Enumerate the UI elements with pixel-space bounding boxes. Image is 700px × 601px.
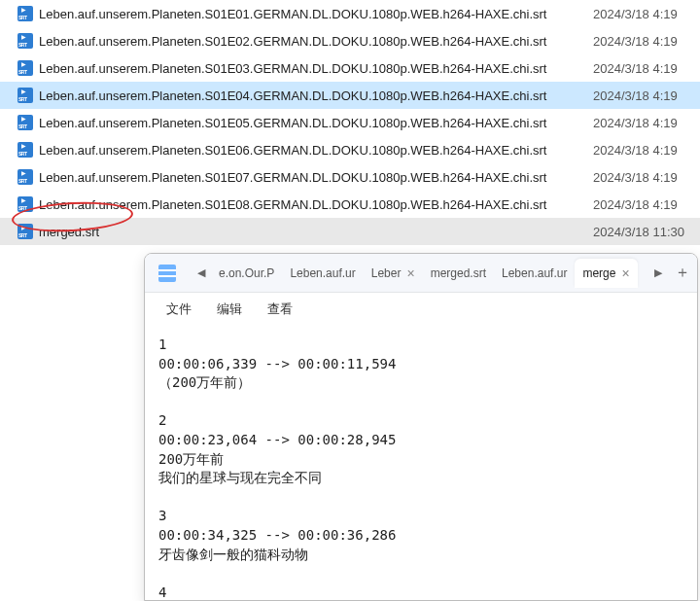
editor-tab[interactable]: Leber× [364,259,423,288]
file-date: 2024/3/18 4:19 [593,197,700,212]
tab-label: Leber [371,266,402,280]
tab-label: merge [582,266,615,280]
tab-label: e.on.Our.P [219,266,274,280]
tab-nav-right[interactable]: ▶ [648,259,668,288]
file-name: Leben.auf.unserem.Planeten.S01E05.GERMAN… [39,116,593,130]
srt-file-icon [18,33,33,49]
menu-item[interactable]: 文件 [155,297,203,322]
file-name: Leben.auf.unserem.Planeten.S01E02.GERMAN… [39,34,593,49]
file-row[interactable]: merged.srt2024/3/18 11:30 [0,218,700,245]
file-name: Leben.auf.unserem.Planeten.S01E08.GERMAN… [39,197,593,212]
file-name: Leben.auf.unserem.Planeten.S01E01.GERMAN… [39,7,593,21]
file-date: 2024/3/18 4:19 [593,7,700,21]
menu-item[interactable]: 查看 [256,297,304,322]
file-date: 2024/3/18 4:19 [593,170,700,185]
editor-tab[interactable]: Leben.auf.ur [494,259,575,288]
tab-strip: e.on.Our.PLeben.auf.urLeber×merged.srtLe… [211,254,648,292]
file-list: Leben.auf.unserem.Planeten.S01E01.GERMAN… [0,0,700,245]
editor-tab[interactable]: merged.srt [423,259,494,288]
file-date: 2024/3/18 4:19 [593,88,700,103]
editor-tab[interactable]: merge× [575,259,637,288]
file-row[interactable]: Leben.auf.unserem.Planeten.S01E08.GERMAN… [0,191,700,218]
file-date: 2024/3/18 4:19 [593,143,700,158]
srt-file-icon [18,196,33,212]
notepad-window: ◀ e.on.Our.PLeben.auf.urLeber×merged.srt… [144,253,698,601]
file-date: 2024/3/18 4:19 [593,61,700,76]
file-row[interactable]: Leben.auf.unserem.Planeten.S01E04.GERMAN… [0,82,700,109]
file-name: Leben.auf.unserem.Planeten.S01E06.GERMAN… [39,143,593,158]
srt-file-icon [18,169,33,185]
editor-content[interactable]: 1 00:00:06,339 --> 00:00:11,594 （200万年前）… [145,326,697,601]
file-name: Leben.auf.unserem.Planeten.S01E04.GERMAN… [39,88,593,103]
menu-bar: 文件编辑查看 [145,293,697,326]
tab-label: Leben.auf.ur [502,266,567,280]
close-icon[interactable]: × [406,265,414,281]
notepad-titlebar: ◀ e.on.Our.PLeben.auf.urLeber×merged.srt… [145,254,697,293]
editor-tab[interactable]: e.on.Our.P [211,259,282,288]
file-row[interactable]: Leben.auf.unserem.Planeten.S01E01.GERMAN… [0,0,700,27]
file-row[interactable]: Leben.auf.unserem.Planeten.S01E05.GERMAN… [0,109,700,136]
editor-tab[interactable]: Leben.auf.ur [282,259,363,288]
file-row[interactable]: Leben.auf.unserem.Planeten.S01E03.GERMAN… [0,54,700,82]
tab-label: merged.srt [431,266,486,280]
file-date: 2024/3/18 4:19 [593,34,700,49]
notepad-icon [158,265,176,282]
file-date: 2024/3/18 4:19 [593,116,700,130]
new-tab-button[interactable]: ＋ [668,263,697,283]
srt-file-icon [18,88,33,103]
close-icon[interactable]: × [621,265,629,281]
srt-file-icon [18,60,33,76]
file-name: Leben.auf.unserem.Planeten.S01E07.GERMAN… [39,170,593,185]
srt-file-icon [18,224,33,239]
tab-nav-left[interactable]: ◀ [192,259,211,288]
file-row[interactable]: Leben.auf.unserem.Planeten.S01E06.GERMAN… [0,136,700,163]
srt-file-icon [18,6,33,21]
menu-item[interactable]: 编辑 [205,297,254,322]
srt-file-icon [18,115,33,130]
file-date: 2024/3/18 11:30 [593,225,700,239]
srt-file-icon [18,142,33,158]
tab-label: Leben.auf.ur [290,266,355,280]
file-name: merged.srt [39,225,593,239]
file-row[interactable]: Leben.auf.unserem.Planeten.S01E07.GERMAN… [0,163,700,191]
file-name: Leben.auf.unserem.Planeten.S01E03.GERMAN… [39,61,593,76]
file-row[interactable]: Leben.auf.unserem.Planeten.S01E02.GERMAN… [0,27,700,54]
